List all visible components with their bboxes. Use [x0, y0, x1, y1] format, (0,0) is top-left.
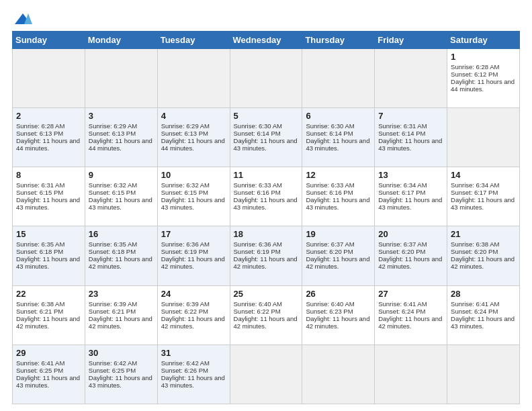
- daylight-label: Daylight: 11 hours and 44 minutes.: [451, 78, 515, 93]
- sunset-info: Sunset: 6:15 PM: [161, 189, 208, 196]
- calendar-week-1: 1Sunrise: 6:28 AMSunset: 6:12 PMDaylight…: [13, 49, 520, 108]
- calendar-day-28: 28Sunrise: 6:41 AMSunset: 6:24 PMDayligh…: [447, 285, 520, 345]
- daylight-info: Daylight: 11 hours and 42 minutes.: [378, 255, 442, 270]
- day-number: 20: [378, 229, 443, 239]
- sunset-info: Sunset: 6:20 PM: [451, 248, 498, 255]
- sunset-info: Sunset: 6:14 PM: [234, 130, 281, 137]
- calendar-day-31: 31Sunrise: 6:42 AMSunset: 6:26 PMDayligh…: [157, 345, 230, 404]
- day-number: 22: [16, 289, 81, 299]
- daylight-info: Daylight: 11 hours and 43 minutes.: [378, 137, 442, 152]
- day-number: 14: [451, 170, 516, 180]
- logo: [12, 12, 32, 26]
- sunset-info: Sunset: 6:20 PM: [378, 248, 425, 255]
- sunset-info: Sunset: 6:22 PM: [234, 308, 281, 315]
- calendar-day-18: 18Sunrise: 6:36 AMSunset: 6:19 PMDayligh…: [230, 226, 302, 285]
- sunrise-info: Sunrise: 6:41 AM: [16, 359, 64, 367]
- daylight-info: Daylight: 11 hours and 42 minutes.: [306, 315, 369, 330]
- calendar-day-9: 9Sunrise: 6:32 AMSunset: 6:15 PMDaylight…: [85, 167, 157, 226]
- sunset-info: Sunset: 6:17 PM: [451, 189, 498, 196]
- daylight-info: Daylight: 11 hours and 43 minutes.: [378, 196, 442, 211]
- daylight-info: Daylight: 11 hours and 43 minutes.: [16, 196, 80, 211]
- day-number: 18: [234, 229, 299, 239]
- calendar-day-25: 25Sunrise: 6:40 AMSunset: 6:22 PMDayligh…: [230, 285, 302, 345]
- daylight-info: Daylight: 11 hours and 43 minutes.: [306, 196, 369, 211]
- empty-cell: [157, 49, 230, 108]
- calendar-day-8: 8Sunrise: 6:31 AMSunset: 6:15 PMDaylight…: [13, 167, 85, 226]
- sunset-info: Sunset: 6:14 PM: [306, 130, 353, 137]
- day-number: 15: [16, 229, 81, 239]
- daylight-info: Daylight: 11 hours and 43 minutes.: [234, 196, 298, 211]
- sunset-info: Sunset: 6:21 PM: [89, 308, 136, 315]
- daylight-info: Daylight: 11 hours and 43 minutes.: [161, 196, 225, 211]
- empty-cell: [13, 49, 85, 108]
- sunset-info: Sunset: 6:24 PM: [451, 308, 498, 315]
- sunrise-info: Sunrise: 6:32 AM: [161, 181, 210, 189]
- empty-cell: [447, 108, 520, 167]
- sunrise-info: Sunrise: 6:38 AM: [451, 240, 499, 248]
- day-number: 1: [451, 52, 516, 62]
- sunset-info: Sunset: 6:13 PM: [16, 130, 63, 137]
- day-number: 30: [89, 348, 154, 358]
- day-number: 6: [306, 111, 371, 121]
- calendar-day-16: 16Sunrise: 6:35 AMSunset: 6:18 PMDayligh…: [85, 226, 157, 285]
- sunrise-info: Sunrise: 6:29 AM: [161, 122, 210, 130]
- daylight-info: Daylight: 11 hours and 42 minutes.: [89, 315, 152, 330]
- day-header-saturday: Saturday: [447, 32, 520, 49]
- calendar-day-20: 20Sunrise: 6:37 AMSunset: 6:20 PMDayligh…: [375, 226, 447, 285]
- sunset-info: Sunset: 6:18 PM: [89, 248, 136, 255]
- sunrise-info: Sunrise: 6:28 AM: [16, 122, 64, 130]
- sunset-info: Sunset: 6:25 PM: [89, 367, 136, 374]
- empty-cell: [375, 49, 447, 108]
- daylight-info: Daylight: 11 hours and 42 minutes.: [161, 255, 225, 270]
- sunset-info: Sunset: 6:21 PM: [16, 308, 63, 315]
- calendar-day-6: 6Sunrise: 6:30 AMSunset: 6:14 PMDaylight…: [302, 108, 375, 167]
- daylight-info: Daylight: 11 hours and 44 minutes.: [161, 137, 225, 152]
- day-header-tuesday: Tuesday: [157, 32, 230, 49]
- sunrise-info: Sunrise: 6:41 AM: [378, 300, 427, 308]
- day-number: 19: [306, 229, 371, 239]
- day-number: 25: [234, 289, 299, 299]
- sunset-info: Sunset: 6:26 PM: [161, 367, 208, 374]
- sunrise-info: Sunrise: 6:36 AM: [234, 240, 282, 248]
- sunrise-info: Sunrise: 6:37 AM: [306, 240, 354, 248]
- day-number: 11: [234, 170, 299, 180]
- sunrise-info: Sunrise: 6:34 AM: [378, 181, 427, 189]
- daylight-info: Daylight: 11 hours and 43 minutes.: [451, 315, 515, 330]
- sunrise-info: Sunrise: 6:29 AM: [89, 122, 137, 130]
- day-number: 13: [378, 170, 443, 180]
- calendar-header-row: SundayMondayTuesdayWednesdayThursdayFrid…: [13, 32, 520, 49]
- empty-cell: [302, 49, 375, 108]
- calendar-day-3: 3Sunrise: 6:29 AMSunset: 6:13 PMDaylight…: [85, 108, 157, 167]
- sunrise-info: Sunrise: 6:38 AM: [16, 300, 64, 308]
- calendar-week-6: 29Sunrise: 6:41 AMSunset: 6:25 PMDayligh…: [13, 345, 520, 404]
- day-number: 26: [306, 289, 371, 299]
- sunrise-info: Sunrise: 6:30 AM: [306, 122, 354, 130]
- day-number: 17: [161, 229, 226, 239]
- day-number: 27: [378, 289, 443, 299]
- daylight-info: Daylight: 11 hours and 43 minutes.: [234, 137, 298, 152]
- empty-cell: [375, 345, 447, 404]
- sunrise-info: Sunrise: 6:32 AM: [89, 181, 137, 189]
- sunset-info: Sunset: 6:23 PM: [306, 308, 353, 315]
- daylight-info: Daylight: 11 hours and 42 minutes.: [161, 315, 225, 330]
- daylight-info: Daylight: 11 hours and 44 minutes.: [16, 137, 80, 152]
- sunrise-info: Sunrise: 6:40 AM: [234, 300, 282, 308]
- calendar-day-30: 30Sunrise: 6:42 AMSunset: 6:25 PMDayligh…: [85, 345, 157, 404]
- daylight-info: Daylight: 11 hours and 43 minutes.: [451, 196, 515, 211]
- sunrise-info: Sunrise: 6:33 AM: [306, 181, 354, 189]
- sunset-info: Sunset: 6:22 PM: [161, 308, 208, 315]
- sunset-info: Sunset: 6:15 PM: [89, 189, 136, 196]
- sunrise-info: Sunrise: 6:41 AM: [451, 300, 499, 308]
- daylight-info: Daylight: 11 hours and 43 minutes.: [161, 374, 225, 389]
- calendar-day-19: 19Sunrise: 6:37 AMSunset: 6:20 PMDayligh…: [302, 226, 375, 285]
- calendar-week-2: 2Sunrise: 6:28 AMSunset: 6:13 PMDaylight…: [13, 108, 520, 167]
- daylight-info: Daylight: 11 hours and 43 minutes.: [16, 374, 80, 389]
- day-number: 28: [451, 289, 516, 299]
- calendar-day-1: 1Sunrise: 6:28 AMSunset: 6:12 PMDaylight…: [447, 49, 520, 108]
- day-number: 8: [16, 170, 81, 180]
- daylight-info: Daylight: 11 hours and 42 minutes.: [234, 315, 298, 330]
- sunrise-info: Sunrise: 6:39 AM: [161, 300, 210, 308]
- sunrise-info: Sunrise: 6:37 AM: [378, 240, 427, 248]
- calendar-day-11: 11Sunrise: 6:33 AMSunset: 6:16 PMDayligh…: [230, 167, 302, 226]
- daylight-info: Daylight: 11 hours and 42 minutes.: [451, 255, 515, 270]
